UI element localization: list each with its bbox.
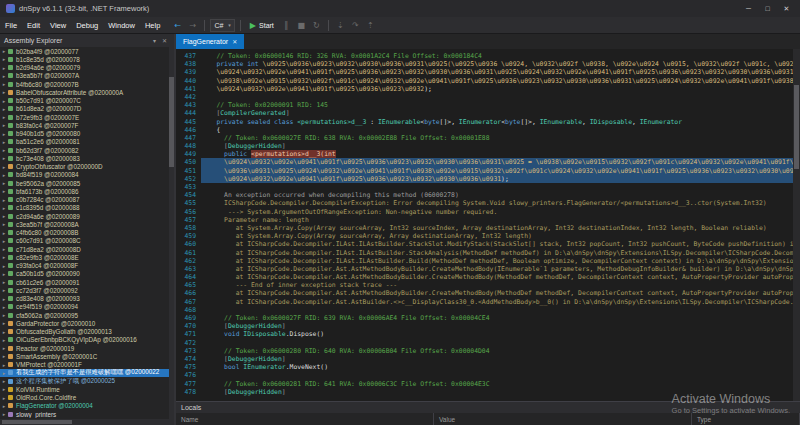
expander-icon[interactable]: ▸ [0,106,8,112]
title-bar[interactable]: dnSpy v6.1.1 (32-bit, .NET Framework) ─ … [0,0,800,17]
expander-icon[interactable]: ▸ [0,221,8,227]
minimize-button[interactable]: ─ [739,1,758,16]
expander-icon[interactable]: ▸ [0,287,8,293]
tree-item[interactable]: ▸bb62d3f7 @02000082 [0,146,174,154]
tree-item[interactable]: ▸b3ea5b7f @0200007A [0,72,174,80]
nav-forward-icon[interactable]: → [186,21,199,30]
tree-item[interactable]: ▸cc72d3f7 @02000092 [0,286,174,294]
expander-icon[interactable]: ▸ [0,263,8,269]
tree-item[interactable]: ▸看我生成的字符串是不是很难破解嘿嘿 @02000022 [0,369,174,377]
expander-icon[interactable]: ▸ [0,403,8,409]
tree-item[interactable]: ▸b50c7d91 @0200007C [0,97,174,105]
tree-item[interactable]: ▸ba51c2e6 @02000081 [0,138,174,146]
tree-item[interactable]: ▸OiCuSerEbnbpBCKQyVlpDAp @02000016 [0,336,174,344]
expander-icon[interactable]: ▸ [0,296,8,302]
expander-icon[interactable]: ▸ [0,56,8,62]
panel-close-icon[interactable]: ✕ [159,37,170,44]
tree-item[interactable]: ▸b72e9fb3 @0200007E [0,113,174,121]
tree-item[interactable]: ▸ce94f519 @02000094 [0,303,174,311]
expander-icon[interactable]: ▸ [0,238,8,244]
expander-icon[interactable]: ▸ [0,139,8,145]
tree-item[interactable]: ▸c60c7d91 @0200008C [0,237,174,245]
tree-item[interactable]: ▸OldRod.Core.Coldfire [0,394,174,402]
tree-item[interactable]: ▸b4fb6c80 @0200007B [0,80,174,88]
stop-icon[interactable]: ■ [295,21,308,30]
tree-item[interactable]: ▸c2d94a6e @02000089 [0,212,174,220]
expander-icon[interactable]: ▸ [0,411,8,417]
break-all-icon[interactable]: ‖ [280,21,293,30]
tab-close-icon[interactable]: ✕ [232,38,237,45]
editor-vertical-scrollbar[interactable] [793,49,800,401]
expander-icon[interactable]: ▸ [0,271,8,277]
tree-item[interactable]: ▸cfa5062a @02000095 [0,311,174,319]
restart-icon[interactable]: ↻ [310,21,323,30]
expander-icon[interactable]: ▸ [0,89,8,95]
locals-column-name[interactable]: Name [176,413,434,425]
expander-icon[interactable]: ▸ [0,180,8,186]
tree-item[interactable]: ▸c71d8ea2 @0200008D [0,245,174,253]
tree-item[interactable]: ▸b2d94a6e @02000079 [0,64,174,72]
expander-icon[interactable]: ▸ [0,329,8,335]
expander-icon[interactable]: ▸ [0,98,8,104]
assembly-tree[interactable]: ▸b02ba4f9 @02000077▸b1c8e35d @02000078▸b… [0,47,174,419]
expander-icon[interactable]: ▸ [0,164,8,170]
tree-item[interactable]: ▸c93fa0c4 @0200008F [0,262,174,270]
expander-icon[interactable]: ▸ [0,205,8,211]
panel-menu-icon[interactable]: ▾ [150,37,159,44]
tree-item[interactable]: ▸SmartAssembly @0200001C [0,352,174,360]
tree-item[interactable]: ▸bc73e408 @02000083 [0,154,174,162]
expander-icon[interactable]: ▸ [0,378,8,384]
tree-item[interactable]: ▸c1c8395d @02000088 [0,204,174,212]
expander-icon[interactable]: ▸ [0,386,8,392]
tab-flaggenerator[interactable]: FlagGenerator ✕ [176,34,244,49]
tree-hscroll-thumb[interactable] [2,420,72,424]
tree-item[interactable]: ▸FlagGenerator @02000004 [0,402,174,410]
tree-item[interactable]: ▸cd83e408 @02000093 [0,295,174,303]
menu-edit[interactable]: Edit [22,21,45,30]
expander-icon[interactable]: ▸ [0,320,8,326]
code-editor[interactable]: 437 // Token: 0x06000146 RID: 326 RVA: 0… [176,49,800,401]
tree-item[interactable]: ▸ca50b1d5 @02000090 [0,270,174,278]
tree-item[interactable]: ▸be95062a @02000085 [0,179,174,187]
expander-icon[interactable]: ▸ [0,304,8,310]
locals-header[interactable]: Locals [176,402,800,413]
nav-back-icon[interactable]: ← [171,21,184,30]
tree-item[interactable]: ▸b61d8ea2 @0200007D [0,105,174,113]
editor-scroll-thumb[interactable] [794,85,799,169]
tree-item[interactable]: ▸ObfuscatedByGoliath @02000013 [0,328,174,336]
tree-item[interactable]: ▸b1c8e35d @02000078 [0,55,174,63]
expander-icon[interactable]: ▸ [0,73,8,79]
tree-item[interactable]: ▸cb61c2e6 @02000091 [0,278,174,286]
start-button[interactable]: ▶Start [246,21,278,30]
tree-item[interactable]: ▸KoiVM.Runtime [0,385,174,393]
expander-icon[interactable]: ▸ [0,155,8,161]
menu-debug[interactable]: Debug [71,21,103,30]
expander-icon[interactable]: ▸ [0,172,8,178]
expander-icon[interactable]: ▸ [0,188,8,194]
locals-column-type[interactable]: Type [692,413,800,425]
step-into-icon[interactable]: ⇣ [334,21,347,30]
expander-icon[interactable]: ▸ [0,197,8,203]
menu-file[interactable]: File [0,21,22,30]
language-select[interactable]: C#▾ [210,19,234,32]
tree-item[interactable]: ▸b940b1d5 @02000080 [0,130,174,138]
tree-item[interactable]: ▸bd84f519 @02000084 [0,171,174,179]
close-button[interactable]: ✕ [777,1,796,16]
tree-item[interactable]: ▸b02ba4f9 @02000077 [0,47,174,55]
tree-horizontal-scrollbar[interactable] [0,419,174,425]
tree-item[interactable]: ▸c4fb6c80 @0200008B [0,229,174,237]
tree-item[interactable]: ▸Reactor @02000019 [0,344,174,352]
maximize-button[interactable]: □ [758,1,777,16]
menu-window[interactable]: Window [103,21,140,30]
tree-item[interactable]: ▸bfa6173b @02000086 [0,187,174,195]
expander-icon[interactable]: ▸ [0,131,8,137]
expander-icon[interactable]: ▸ [0,279,8,285]
tree-item[interactable]: ▸c0b7284c @02000087 [0,196,174,204]
expander-icon[interactable]: ▸ [0,81,8,87]
expander-icon[interactable]: ▸ [0,213,8,219]
tree-vertical-scrollbar[interactable] [169,47,174,419]
expander-icon[interactable]: ▸ [0,254,8,260]
expander-icon[interactable]: ▸ [0,353,8,359]
expander-icon[interactable]: ▸ [0,337,8,343]
tree-item[interactable]: ▸BabelObfuscatorAttribute @0200000A [0,88,174,96]
